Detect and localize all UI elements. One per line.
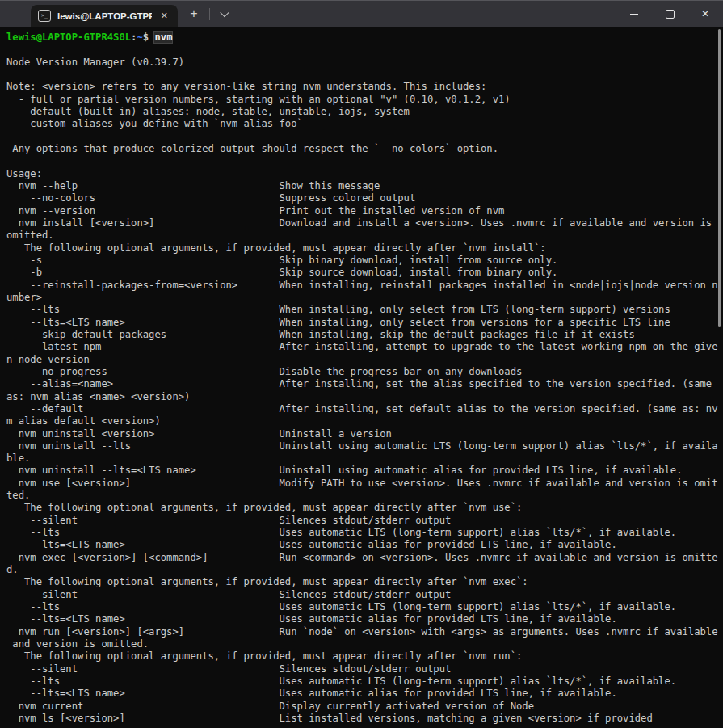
terminal-screen[interactable]: lewis@LAPTOP-GTPR4S8L:~$ nvm Node Versio… — [0, 27, 723, 728]
tab-close-icon[interactable]: ✕ — [158, 9, 170, 23]
terminal-window: >_ lewis@LAPTOP-GTPR4S8L: ~ ✕ + ✕ lewis@… — [0, 0, 723, 728]
new-tab-button[interactable]: + — [181, 1, 207, 27]
prompt-user-host: lewis@LAPTOP-GTPR4S8L — [6, 32, 131, 43]
shell-prompt: lewis@LAPTOP-GTPR4S8L:~$ nvm — [6, 32, 723, 44]
typed-command: nvm — [154, 32, 172, 43]
close-button[interactable]: ✕ — [687, 1, 723, 27]
tab-bar-divider — [209, 8, 210, 20]
close-icon: ✕ — [701, 9, 709, 19]
terminal-tab[interactable]: >_ lewis@LAPTOP-GTPR4S8L: ~ ✕ — [31, 5, 178, 27]
tab-dropdown-button[interactable] — [212, 1, 237, 27]
chevron-down-icon — [220, 8, 229, 17]
minimize-icon — [630, 14, 638, 15]
minimize-button[interactable] — [616, 1, 652, 27]
maximize-icon — [666, 10, 675, 19]
prompt-path: ~ — [137, 32, 142, 43]
maximize-button[interactable] — [652, 1, 687, 27]
scrollbar-thumb[interactable] — [718, 29, 721, 327]
terminal-output: Node Version Manager (v0.39.7) Note: <ve… — [6, 44, 723, 725]
title-bar: >_ lewis@LAPTOP-GTPR4S8L: ~ ✕ + ✕ — [0, 0, 723, 27]
terminal-icon: >_ — [38, 10, 51, 22]
tab-title: lewis@LAPTOP-GTPR4S8L: ~ — [57, 11, 152, 21]
window-controls: ✕ — [616, 1, 723, 27]
